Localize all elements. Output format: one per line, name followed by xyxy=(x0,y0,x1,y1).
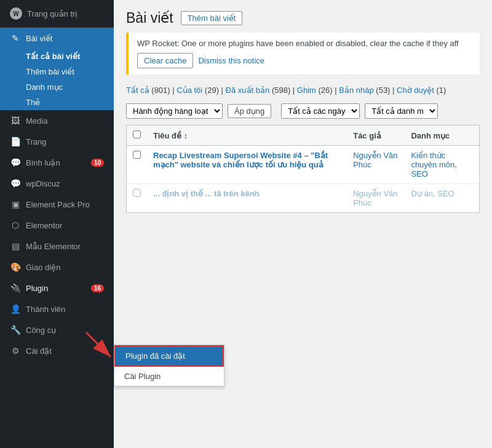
plugin-badge: 16 xyxy=(91,284,104,292)
sidebar-item-label: wpDiscuz xyxy=(26,179,60,188)
bulk-action-select[interactable]: Hành động hàng loạt xyxy=(126,103,223,119)
posts-table: Tiêu đề ↕ Tác giả Danh mục Recap Livestr… xyxy=(126,125,480,213)
filter-published[interactable]: Đã xuất bản xyxy=(226,86,270,95)
filter-draft[interactable]: Bản nháp xyxy=(339,86,373,95)
notice-actions: Clear cache Dismiss this notice xyxy=(137,53,471,68)
row-checkbox-cell xyxy=(127,184,148,213)
sidebar-item-thanh-vien[interactable]: 👤 Thành viên xyxy=(0,298,114,319)
main-header: Bài viết Thêm bài viết xyxy=(114,0,492,26)
sidebar-sub-tat-ca-bai-viet[interactable]: Tất cả bài viết xyxy=(0,49,114,64)
sidebar-item-label: Media xyxy=(26,116,47,126)
filter-mine[interactable]: Của tôi xyxy=(177,86,202,95)
svg-line-1 xyxy=(86,332,111,357)
post-title-cell: ... định vị thế ... tā trên kênh xyxy=(147,184,347,213)
col-author: Tác giả xyxy=(347,126,405,146)
post-title-link[interactable]: Recap Livestream Supersoi Website #4 – "… xyxy=(153,151,328,169)
binh-luan-badge: 10 xyxy=(91,159,104,167)
cai-dat-icon: ⚙ xyxy=(10,345,21,356)
wp-logo-icon: W xyxy=(10,7,22,20)
sidebar-item-label: Trang xyxy=(26,137,46,146)
author-link[interactable]: Nguyễn Văn Phúc xyxy=(353,151,397,169)
row-checkbox-cell xyxy=(127,146,148,184)
sidebar-item-label: Bình luận xyxy=(26,158,60,167)
category-filter-select[interactable]: Tất cả danh m xyxy=(365,103,438,119)
notice-text: WP Rocket: One or more plugins have been… xyxy=(137,39,471,48)
binh-luan-icon: 💬 xyxy=(10,157,21,168)
wp-rocket-notice: WP Rocket: One or more plugins have been… xyxy=(126,33,480,74)
bulk-actions-bar: Hành động hàng loạt Áp dụng Tất cả các n… xyxy=(114,100,492,122)
dismiss-notice-link[interactable]: Dismiss this notice xyxy=(198,56,264,65)
sidebar-item-label: Cài đặt xyxy=(26,346,52,356)
filter-tabs: Tất cả (801) | Của tôi (29) | Đã xuất bả… xyxy=(114,81,492,100)
sidebar-item-label: Element Pack Pro xyxy=(26,200,90,209)
select-all-checkbox[interactable] xyxy=(133,130,141,138)
sidebar-item-label: Công cụ xyxy=(26,326,56,335)
post-author-cell: Nguyễn Văn Phúc xyxy=(347,146,405,184)
sidebar-item-mau-elementor[interactable]: ▤ Mẫu Elementor xyxy=(0,236,114,257)
sidebar-item-element-pack-pro[interactable]: ▣ Element Pack Pro xyxy=(0,194,114,215)
thanh-vien-icon: 👤 xyxy=(10,303,21,314)
post-title-link[interactable]: ... định vị thế ... tā trên kênh xyxy=(153,189,260,198)
post-author-cell: Nguyễn Văn Phúc xyxy=(347,184,405,213)
bai-viet-submenu: Tất cả bài viết Thêm bài viết Danh mục T… xyxy=(0,49,114,110)
author-link[interactable]: Nguyễn Văn Phúc xyxy=(353,189,397,207)
sidebar-sub-them-bai-viet[interactable]: Thêm bài viết xyxy=(0,64,114,79)
sidebar-item-label: Plugin xyxy=(26,284,48,293)
col-category: Danh mục xyxy=(405,126,479,146)
dropdown-menu: Plugin đã cài đặt Cài Plugin xyxy=(114,345,224,386)
giao-dien-icon: 🎨 xyxy=(10,262,21,273)
col-title: Tiêu đề ↕ xyxy=(147,126,347,146)
elementor-icon: ⬡ xyxy=(10,220,21,231)
sidebar-logo[interactable]: W Trang quản trị xyxy=(0,0,114,28)
mau-elementor-icon: ▤ xyxy=(10,241,21,252)
sidebar: W Trang quản trị ✎ Bài viết Tất cả bài v… xyxy=(0,0,114,448)
sidebar-item-label: Giao diện xyxy=(26,263,60,272)
sidebar-item-giao-dien[interactable]: 🎨 Giao diện xyxy=(0,257,114,278)
category-link-seo[interactable]: SEO xyxy=(411,169,427,178)
sidebar-item-label: Mẫu Elementor xyxy=(26,242,81,251)
sidebar-item-trang[interactable]: 📄 Trang xyxy=(0,131,114,152)
sidebar-item-media[interactable]: 🖼 Media xyxy=(0,110,114,131)
table-row: ... định vị thế ... tā trên kênh Nguyễn … xyxy=(127,184,480,213)
date-filter-select[interactable]: Tất cả các ngày xyxy=(281,103,360,119)
col-checkbox xyxy=(127,126,148,146)
sidebar-item-wpdiscuz[interactable]: 💬 wpDiscuz xyxy=(0,173,114,194)
sidebar-item-label: Bài viết xyxy=(26,34,52,43)
add-new-button[interactable]: Thêm bài viết xyxy=(181,11,243,25)
row-checkbox[interactable] xyxy=(133,189,141,197)
sidebar-item-label: Elementor xyxy=(26,221,62,230)
media-icon: 🖼 xyxy=(10,115,21,126)
category-link-du-an[interactable]: Dự án xyxy=(411,189,432,198)
post-title-cell: Recap Livestream Supersoi Website #4 – "… xyxy=(147,146,347,184)
filter-pending[interactable]: Chờ duyệt xyxy=(397,86,434,95)
bai-viet-icon: ✎ xyxy=(10,33,21,44)
post-category-cell: Dự án, SEO xyxy=(405,184,479,213)
cong-cu-icon: 🔧 xyxy=(10,324,21,335)
arrow-indicator xyxy=(80,326,117,365)
element-pack-icon: ▣ xyxy=(10,199,21,210)
sidebar-logo-label: Trang quản trị xyxy=(27,9,77,18)
plugin-dropdown: Plugin đã cài đặt Cài Plugin xyxy=(114,345,224,386)
sidebar-sub-the[interactable]: Thẻ xyxy=(0,95,114,110)
bulk-apply-button[interactable]: Áp dụng xyxy=(228,104,271,118)
row-checkbox[interactable] xyxy=(133,151,141,159)
sidebar-item-binh-luan[interactable]: 💬 Bình luận 10 xyxy=(0,152,114,173)
trang-icon: 📄 xyxy=(10,136,21,147)
filter-all[interactable]: Tất cả xyxy=(126,86,149,95)
table-row: Recap Livestream Supersoi Website #4 – "… xyxy=(127,146,480,184)
sidebar-item-elementor[interactable]: ⬡ Elementor xyxy=(0,215,114,236)
sidebar-item-label: Thành viên xyxy=(26,305,65,314)
category-link[interactable]: Kiến thức chuyên môn xyxy=(411,151,454,169)
sidebar-item-bai-viet[interactable]: ✎ Bài viết xyxy=(0,28,114,49)
plugin-icon: 🔌 xyxy=(10,282,21,294)
plugin-installed-item[interactable]: Plugin đã cài đặt xyxy=(114,345,224,367)
category-link-seo2[interactable]: SEO xyxy=(437,189,454,198)
sidebar-item-plugin[interactable]: 🔌 Plugin 16 xyxy=(0,278,114,298)
install-plugin-item[interactable]: Cài Plugin xyxy=(114,367,224,386)
clear-cache-button[interactable]: Clear cache xyxy=(137,53,193,68)
wpdiscuz-icon: 💬 xyxy=(10,178,21,189)
filter-sticky[interactable]: Ghim xyxy=(297,86,316,95)
page-title: Bài viết xyxy=(126,10,173,26)
sidebar-sub-danh-muc[interactable]: Danh mục xyxy=(0,79,114,95)
post-category-cell: Kiến thức chuyên môn, SEO xyxy=(405,146,479,184)
